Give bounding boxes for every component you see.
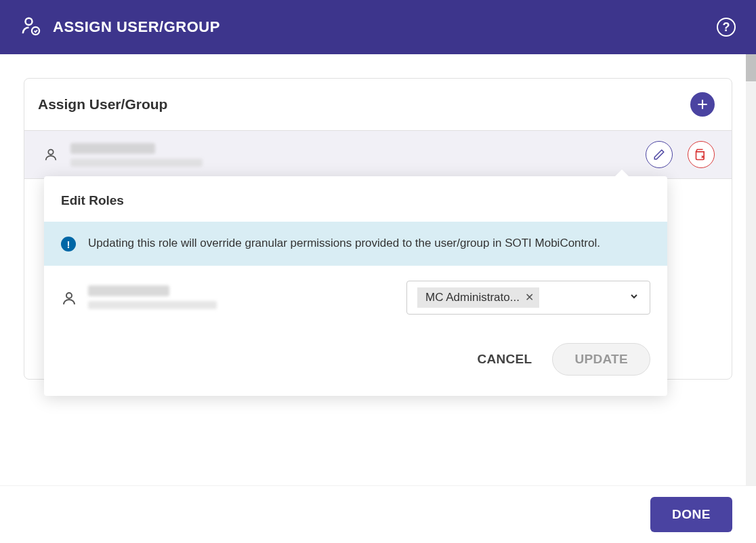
card-title: Assign User/Group xyxy=(38,96,167,113)
popover-title: Edit Roles xyxy=(44,176,667,222)
card-header: Assign User/Group xyxy=(24,79,732,131)
row-actions xyxy=(646,141,715,168)
add-button[interactable] xyxy=(690,92,715,117)
user-email-redacted xyxy=(70,159,203,167)
scrollbar-track[interactable] xyxy=(746,54,756,485)
dialog-title: ASSIGN USER/GROUP xyxy=(53,18,220,36)
user-email-redacted xyxy=(88,301,217,309)
user-name-redacted xyxy=(88,285,169,296)
user-info xyxy=(70,143,633,167)
edit-user-button[interactable] xyxy=(646,141,673,168)
header-left: ASSIGN USER/GROUP xyxy=(20,16,220,39)
done-button[interactable]: DONE xyxy=(650,497,732,532)
svg-point-1 xyxy=(32,27,39,35)
user-info xyxy=(88,285,394,309)
dialog-header: ASSIGN USER/GROUP ? xyxy=(0,0,756,54)
remove-role-icon[interactable]: ✕ xyxy=(525,291,534,304)
cancel-button[interactable]: CANCEL xyxy=(478,352,532,367)
chevron-down-icon xyxy=(629,291,639,304)
svg-point-0 xyxy=(26,18,33,25)
help-icon[interactable]: ? xyxy=(717,18,736,37)
person-icon xyxy=(43,147,58,162)
popover-actions: CANCEL UPDATE xyxy=(44,329,667,396)
info-icon: ! xyxy=(61,237,76,252)
role-chip-label: MC Administrato... xyxy=(425,291,520,304)
remove-user-button[interactable] xyxy=(688,141,715,168)
assign-user-icon xyxy=(20,16,41,39)
person-icon xyxy=(61,290,76,305)
role-chip: MC Administrato... ✕ xyxy=(417,287,539,308)
role-select[interactable]: MC Administrato... ✕ xyxy=(406,281,650,315)
role-assignment-row: MC Administrato... ✕ xyxy=(44,266,667,329)
info-banner: ! Updating this role will override granu… xyxy=(44,222,667,266)
user-name-redacted xyxy=(70,143,155,154)
scrollbar-thumb[interactable] xyxy=(746,54,756,81)
dialog-footer: DONE xyxy=(0,485,756,543)
edit-roles-popover: Edit Roles ! Updating this role will ove… xyxy=(44,176,667,396)
info-text: Updating this role will override granula… xyxy=(88,235,600,252)
update-button[interactable]: UPDATE xyxy=(552,343,650,376)
svg-point-2 xyxy=(48,150,53,155)
svg-point-8 xyxy=(66,293,72,298)
